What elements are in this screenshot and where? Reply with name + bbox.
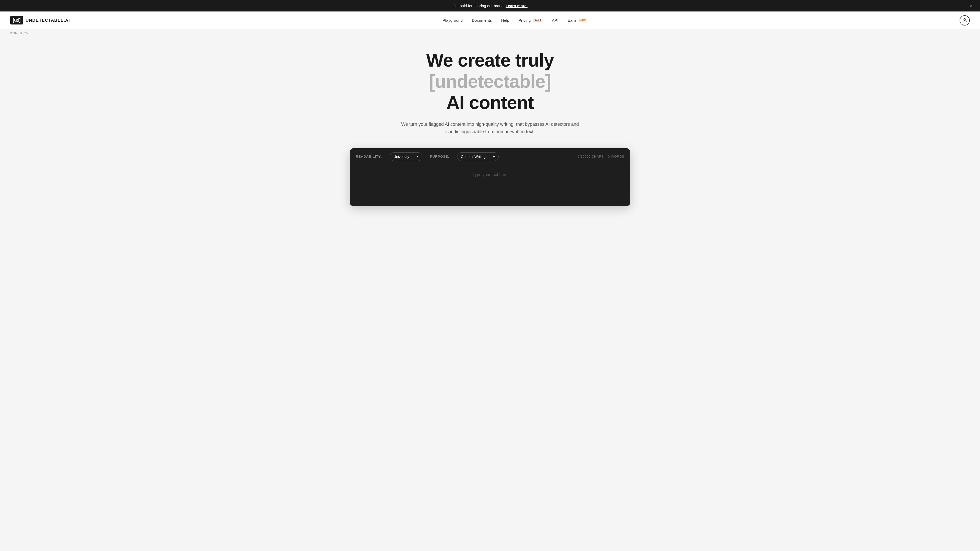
- hero-line3: AI content: [446, 92, 534, 113]
- purpose-group: General Writing Essay Article Marketing …: [457, 152, 499, 161]
- nav-links: Playground Documents Help Pricing SALE A…: [442, 18, 587, 23]
- sale-badge: SALE: [533, 19, 543, 22]
- nav-link-api[interactable]: API: [552, 18, 558, 22]
- nav-link-earn[interactable]: Earn NEW: [568, 18, 587, 22]
- editor-toolbar: READABILITY: High School University Doct…: [350, 148, 630, 165]
- nav-item-playground: Playground: [442, 18, 463, 23]
- version-text: v.2023.06.25: [10, 32, 28, 35]
- char-counter: 0/10000 CHARS ≈ 0 WORDS: [578, 155, 624, 159]
- announcement-banner: Get paid for sharing our brand. Learn mo…: [0, 0, 980, 11]
- hero-section: We create truly [undetectable] AI conten…: [0, 37, 980, 216]
- nav-item-earn: Earn NEW: [568, 18, 587, 23]
- editor-card: READABILITY: High School University Doct…: [350, 148, 630, 206]
- navbar: [ud] UNDETECTABLE.AI Playground Document…: [0, 11, 980, 29]
- new-badge: NEW: [578, 19, 587, 22]
- banner-close-button[interactable]: ×: [968, 2, 975, 10]
- editor-placeholder: Type your text here: [473, 172, 508, 177]
- editor-body[interactable]: Type your text here: [350, 165, 630, 206]
- logo-text: UNDETECTABLE.AI: [25, 18, 70, 23]
- nav-label-playground: Playground: [442, 18, 463, 22]
- hero-subtitle: We turn your flagged AI content into hig…: [401, 121, 579, 135]
- nav-item-api: API: [552, 18, 558, 23]
- nav-link-help[interactable]: Help: [501, 18, 509, 22]
- nav-right: [959, 15, 970, 25]
- logo[interactable]: [ud] UNDETECTABLE.AI: [10, 16, 70, 24]
- readability-select[interactable]: High School University Doctorate Journal…: [390, 152, 422, 161]
- purpose-label: PURPOSE:: [430, 155, 449, 159]
- readability-label: READABILITY:: [356, 155, 382, 159]
- nav-label-api: API: [552, 18, 558, 22]
- nav-link-playground[interactable]: Playground: [442, 18, 463, 22]
- nav-label-documents: Documents: [472, 18, 492, 22]
- nav-item-pricing: Pricing SALE: [519, 18, 543, 23]
- user-icon: [962, 17, 967, 23]
- svg-point-0: [964, 18, 966, 20]
- nav-link-pricing[interactable]: Pricing SALE: [519, 18, 543, 22]
- readability-group: High School University Doctorate Journal…: [390, 152, 422, 161]
- version-tag: v.2023.06.25: [0, 29, 980, 37]
- banner-text: Get paid for sharing our brand.: [452, 3, 504, 8]
- avatar-button[interactable]: [959, 15, 970, 25]
- nav-label-pricing: Pricing: [519, 18, 531, 22]
- nav-link-documents[interactable]: Documents: [472, 18, 492, 22]
- logo-bracket: [ud]: [10, 16, 23, 24]
- hero-line1: We create truly: [426, 50, 554, 70]
- nav-label-earn: Earn: [568, 18, 576, 22]
- banner-link[interactable]: Learn more.: [506, 3, 528, 8]
- nav-item-documents: Documents: [472, 18, 492, 23]
- nav-label-help: Help: [501, 18, 509, 22]
- hero-line2: [undetectable]: [429, 71, 551, 92]
- purpose-select[interactable]: General Writing Essay Article Marketing …: [457, 152, 499, 161]
- hero-title: We create truly [undetectable] AI conten…: [5, 50, 975, 113]
- nav-item-help: Help: [501, 18, 509, 23]
